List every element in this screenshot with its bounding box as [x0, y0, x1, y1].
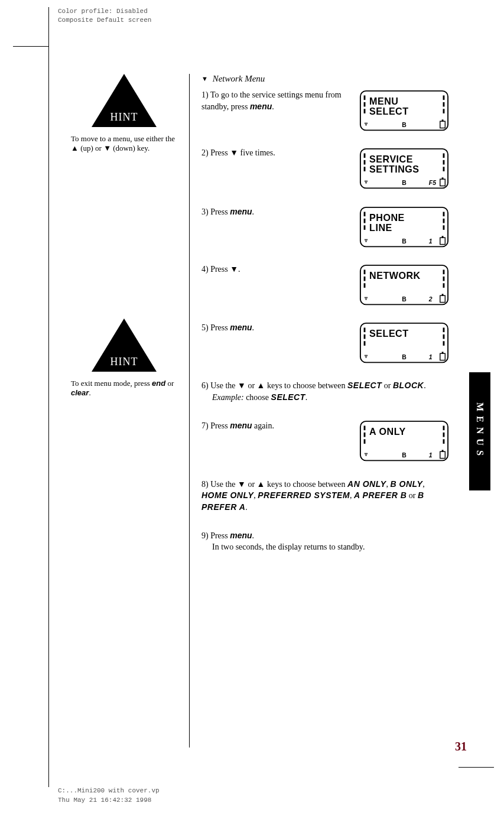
svg-rect-43	[443, 269, 445, 274]
svg-rect-44	[364, 277, 366, 281]
crop-mark	[13, 46, 48, 47]
svg-text:SELECT: SELECT	[369, 106, 408, 116]
step-row: 7) Press menu again.▿A ONLYB1	[201, 420, 449, 462]
step-row: 4) Press ▼.▿NETWORKB2	[201, 264, 449, 306]
keyword: menu	[250, 102, 272, 111]
keyword: clear	[71, 388, 89, 397]
keyword: PREFERRED SYSTEM	[258, 490, 350, 500]
step-text: 8) Use the ▼ or ▲ keys to choose between…	[201, 479, 449, 514]
step-text: 6) Use the ▼ or ▲ keys to choose between…	[201, 380, 449, 404]
step-text: 3) Press menu.	[201, 206, 351, 218]
svg-text:B: B	[402, 354, 407, 360]
column-divider	[189, 74, 190, 748]
hint-block: HINT To exit menu mode, press end or cle…	[71, 318, 177, 398]
hint-block: HINT To move to a menu, use either the ▲…	[71, 74, 177, 153]
hint-triangle-icon: HINT	[92, 318, 157, 372]
step-row: 6) Use the ▼ or ▲ keys to choose between…	[201, 380, 449, 404]
step-row: 2) Press ▼ five times.▿SERVICESETTINGSBF…	[201, 148, 449, 189]
svg-rect-9	[442, 119, 444, 121]
svg-rect-76	[442, 450, 444, 452]
keyword: menu	[230, 421, 252, 430]
svg-rect-63	[442, 352, 444, 354]
hint-label: HINT	[100, 356, 148, 368]
svg-rect-46	[364, 283, 366, 288]
svg-rect-60	[443, 341, 445, 346]
svg-text:1: 1	[429, 452, 433, 459]
step-text: 9) Press menu.In two seconds, the displa…	[201, 530, 449, 553]
side-tab-label: MENUS	[474, 402, 485, 460]
lcd-screen: ▿MENUSELECTB	[359, 90, 449, 131]
svg-rect-47	[443, 283, 445, 288]
lcd-screen: ▿A ONLYB1	[359, 420, 449, 462]
svg-text:1: 1	[429, 238, 433, 244]
sidebar: HINT To move to a menu, use either the ▲…	[71, 74, 177, 748]
down-triangle-icon: ▼	[201, 75, 208, 82]
svg-text:B: B	[402, 122, 407, 128]
svg-rect-31	[443, 218, 445, 223]
svg-rect-2	[443, 95, 445, 100]
svg-text:SELECT: SELECT	[369, 328, 408, 339]
print-meta-line: Color profile: Disabled	[58, 7, 151, 16]
svg-rect-6	[443, 109, 445, 113]
print-meta-top: Color profile: Disabled Composite Defaul…	[58, 7, 151, 25]
main-content: ▼ Network Menu 1) To go to the service s…	[201, 74, 449, 748]
hint-text: To exit menu mode, press end or clear.	[71, 379, 177, 398]
keyword: menu	[230, 531, 252, 540]
section-side-tab: MENUS	[469, 372, 490, 490]
svg-text:▿: ▿	[365, 236, 369, 243]
step-row: 5) Press menu.▿SELECTB1	[201, 322, 449, 363]
svg-rect-19	[443, 167, 445, 172]
keyword: B ONLY	[391, 479, 423, 489]
svg-rect-22	[442, 178, 444, 180]
svg-rect-32	[364, 225, 366, 230]
svg-rect-71	[443, 433, 445, 437]
svg-rect-56	[443, 328, 445, 333]
keyword: A PREFER B	[354, 490, 407, 500]
svg-rect-72	[364, 440, 366, 444]
step-text: 7) Press menu again.	[201, 420, 351, 432]
svg-text:B: B	[402, 238, 407, 244]
step-row: 9) Press menu.In two seconds, the displa…	[201, 530, 449, 553]
keyword: AN ONLY	[347, 479, 386, 489]
keyword: BLOCK	[393, 381, 424, 390]
svg-rect-45	[443, 277, 445, 281]
svg-text:B: B	[402, 180, 407, 186]
svg-rect-73	[443, 440, 445, 444]
crop-mark	[459, 767, 494, 768]
svg-rect-16	[364, 160, 366, 165]
svg-text:NETWORK: NETWORK	[369, 270, 421, 281]
svg-text:▿: ▿	[365, 353, 369, 359]
svg-rect-57	[364, 334, 366, 339]
print-meta-line: Composite Default screen	[58, 16, 151, 25]
svg-text:F5: F5	[429, 180, 436, 186]
step-row: 8) Use the ▼ or ▲ keys to choose between…	[201, 479, 449, 514]
section-title: ▼ Network Menu	[201, 74, 449, 84]
svg-text:MENU: MENU	[369, 96, 398, 106]
svg-rect-1	[364, 95, 366, 100]
keyword: SELECT	[271, 392, 305, 402]
step-text: 4) Press ▼.	[201, 264, 351, 275]
svg-rect-49	[440, 295, 446, 302]
svg-rect-8	[440, 121, 446, 128]
svg-text:SERVICE: SERVICE	[369, 154, 413, 164]
svg-rect-50	[442, 294, 444, 295]
page-number: 31	[455, 740, 467, 753]
svg-rect-28	[364, 212, 366, 216]
step-row: 1) To go to the service settings menu fr…	[201, 90, 449, 131]
svg-rect-17	[443, 160, 445, 165]
svg-text:▿: ▿	[365, 451, 369, 457]
step-text: 1) To go to the service settings menu fr…	[201, 90, 351, 113]
svg-rect-33	[443, 225, 445, 230]
svg-text:▿: ▿	[365, 121, 369, 127]
step-row: 3) Press menu.▿PHONELINEB1	[201, 206, 449, 248]
section-title-text: Network Menu	[213, 74, 265, 83]
svg-rect-58	[443, 334, 445, 339]
lcd-screen: ▿SELECTB1	[359, 322, 449, 363]
svg-text:1: 1	[429, 354, 433, 360]
svg-rect-30	[364, 218, 366, 223]
svg-text:SETTINGS: SETTINGS	[369, 164, 419, 174]
svg-rect-3	[364, 102, 366, 107]
svg-text:B: B	[402, 296, 407, 303]
lcd-screen: ▿NETWORKB2	[359, 264, 449, 306]
svg-rect-55	[364, 328, 366, 333]
